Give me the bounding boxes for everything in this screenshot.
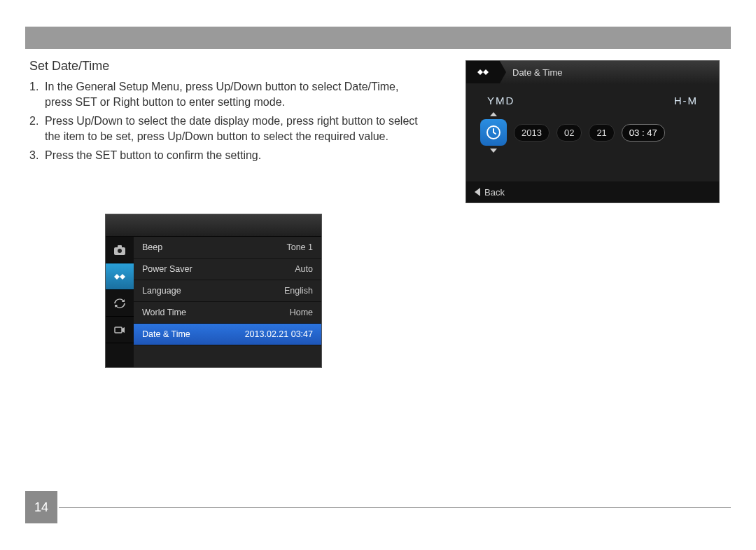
page-number: 14 [25, 491, 57, 523]
ymd-label: YMD [487, 95, 514, 106]
menu-list: Beep Tone 1 Power Saver Auto Language En… [134, 237, 321, 367]
sidebar-tools-icon[interactable] [106, 263, 134, 290]
back-label[interactable]: Back [484, 187, 505, 198]
svg-rect-1 [118, 245, 122, 248]
step-number: 2. [29, 114, 38, 129]
menu-row-value: Home [290, 308, 313, 317]
date-time-screenshot: Date & Time YMD H-M 2013 02 21 03 : 47 B… [465, 60, 720, 203]
sidebar-connect-icon[interactable] [106, 317, 134, 343]
menu-row-label: Date & Time [142, 329, 190, 339]
menu-row-language[interactable]: Language English [134, 280, 321, 302]
instruction-list: 1. In the General Setup Menu, press Up/D… [29, 79, 421, 163]
dt-header-title: Date & Time [512, 67, 563, 78]
footer-divider [59, 507, 731, 508]
sidebar-camera-icon[interactable] [106, 237, 134, 263]
step-text: Press the [45, 149, 95, 161]
step-text: or Right button to enter setting mode. [97, 96, 285, 108]
instruction-column: Set Date/Time 1. In the General Setup Me… [29, 59, 421, 167]
step-text: button to confirm the setting. [117, 149, 261, 161]
header-bar [25, 27, 731, 49]
set-keyword: SET [95, 149, 117, 161]
day-pill[interactable]: 21 [589, 124, 614, 142]
arrow-down-icon[interactable] [490, 149, 497, 153]
back-arrow-icon[interactable] [475, 188, 480, 196]
menu-row-label: Beep [142, 242, 162, 252]
menu-row-value: 2013.02.21 03:47 [245, 329, 313, 339]
menu-row-value: Auto [295, 264, 313, 274]
menu-row-label: Language [142, 286, 181, 296]
menu-header-bar [106, 214, 321, 237]
menu-sidebar [106, 237, 134, 367]
arrow-up-icon[interactable] [490, 112, 497, 116]
time-pill[interactable]: 03 : 47 [622, 124, 665, 142]
clock-icon [480, 119, 507, 146]
instruction-step: 3. Press the SET button to confirm the s… [45, 148, 421, 163]
instruction-step: 1. In the General Setup Menu, press Up/D… [45, 79, 421, 109]
step-text: Press Up/Down to select the date display… [45, 115, 418, 142]
set-keyword: SET [76, 96, 97, 108]
month-pill[interactable]: 02 [556, 124, 582, 142]
dt-main-row: 2013 02 21 03 : 47 [466, 106, 719, 153]
dt-header: Date & Time [466, 61, 719, 83]
menu-row-label: World Time [142, 308, 186, 317]
section-title: Set Date/Time [29, 59, 421, 74]
menu-row-value: English [284, 286, 313, 296]
dt-column-labels: YMD H-M [466, 83, 719, 106]
instruction-step: 2. Press Up/Down to select the date disp… [45, 114, 421, 144]
menu-row-date-time[interactable]: Date & Time 2013.02.21 03:47 [134, 324, 321, 345]
dt-footer: Back [466, 181, 719, 202]
menu-row-value: Tone 1 [286, 242, 313, 252]
tools-tab-icon[interactable] [466, 61, 500, 83]
svg-point-2 [118, 249, 122, 253]
sidebar-sync-icon[interactable] [106, 290, 134, 317]
date-format-selector[interactable] [480, 112, 507, 153]
menu-row-world-time[interactable]: World Time Home [134, 302, 321, 324]
step-number: 1. [29, 79, 38, 95]
svg-rect-3 [115, 327, 122, 333]
menu-row-label: Power Saver [142, 264, 192, 274]
step-number: 3. [29, 148, 38, 163]
menu-row-power-saver[interactable]: Power Saver Auto [134, 259, 321, 280]
year-pill[interactable]: 2013 [514, 124, 550, 142]
hm-label: H-M [674, 95, 698, 106]
menu-row-beep[interactable]: Beep Tone 1 [134, 237, 321, 259]
general-setup-menu-screenshot: Beep Tone 1 Power Saver Auto Language En… [105, 214, 322, 368]
